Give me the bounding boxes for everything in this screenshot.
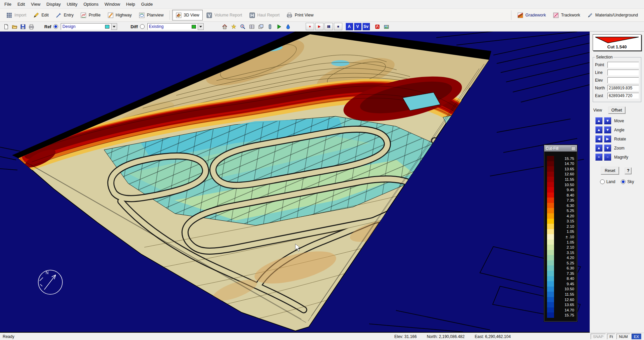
zoom-in-button[interactable] — [239, 23, 247, 31]
diff-combo[interactable]: Existing — [147, 23, 198, 30]
haul-report-button[interactable]: Haul Report — [246, 10, 283, 20]
offset-tab[interactable]: Offset — [608, 107, 626, 114]
land-radio[interactable] — [600, 179, 605, 184]
selection-field[interactable] — [607, 62, 639, 68]
save-button[interactable] — [19, 23, 27, 31]
ex-indicator[interactable]: EX — [632, 334, 641, 339]
ref-combo-dropdown[interactable] — [111, 23, 117, 30]
cut-fill-legend-window[interactable]: Cut-Fill 15.75 14.70 — [544, 145, 577, 322]
ref-combo[interactable]: Design — [61, 23, 111, 30]
home-icon — [222, 24, 228, 30]
redraw-button[interactable] — [230, 23, 238, 31]
viewport-3d[interactable]: N Cut-Fill 15.75 — [0, 32, 590, 333]
control-up-button[interactable]: ◀ — [595, 135, 602, 142]
status-north: North: 2,190,086.482 — [427, 334, 465, 339]
menu-item[interactable]: File — [1, 0, 14, 8]
edit-button[interactable]: Edit — [30, 10, 52, 20]
menu-item[interactable]: Display — [43, 0, 64, 8]
selection-field[interactable] — [607, 77, 639, 83]
volume-report-button[interactable]: Volume Report — [203, 10, 246, 20]
legend-entry: 5.25 — [547, 260, 574, 266]
legend-color-swatch — [547, 255, 554, 260]
planview-button[interactable]: Planview — [135, 10, 167, 20]
selection-field[interactable]: 2188919.835 — [607, 85, 639, 91]
entry-button[interactable]: Entry — [52, 10, 77, 20]
selection-title: Selection — [595, 55, 613, 59]
control-up-button[interactable]: + — [595, 154, 602, 161]
selection-field[interactable] — [607, 70, 639, 76]
view-offset-row: View Offset — [593, 107, 641, 114]
view-tools — [220, 23, 292, 31]
legend-value-label: 2.10 — [567, 245, 574, 249]
control-down-button[interactable]: ▼ — [604, 144, 611, 152]
menu-item[interactable]: Guide — [138, 0, 156, 8]
pdf-export-button[interactable] — [373, 23, 382, 31]
diff-color-swatch — [192, 25, 196, 29]
right-control-panel: Cut 1.540 Selection Point Line — [590, 32, 644, 333]
legend-titlebar[interactable]: Cut-Fill — [544, 145, 577, 152]
media-button[interactable]: ■ — [334, 23, 342, 30]
highway-button[interactable]: Highway — [104, 10, 135, 20]
media-button[interactable]: ● — [306, 23, 314, 30]
ref-radio[interactable] — [53, 24, 58, 29]
menu-item[interactable]: Help — [123, 0, 138, 8]
three-d-view-button[interactable]: 3D View — [172, 10, 203, 20]
three-d-view-icon — [176, 12, 182, 18]
legend-color-swatch — [547, 203, 554, 208]
snapshot-button[interactable] — [382, 23, 391, 31]
legend-entry: 6.30 — [547, 265, 574, 271]
sky-radio[interactable] — [621, 179, 626, 184]
terrain-3d-model[interactable]: N — [0, 32, 590, 332]
table-view-button[interactable] — [248, 23, 256, 31]
control-down-button[interactable]: ▶ — [604, 135, 611, 142]
menu-item[interactable]: Options — [81, 0, 102, 8]
profile-button[interactable]: Profile — [77, 10, 104, 20]
layer-toggle-button[interactable]: Sv — [362, 23, 370, 30]
menu-item[interactable]: Window — [102, 0, 123, 8]
diff-radio[interactable] — [140, 24, 145, 29]
open-folder-button[interactable] — [10, 23, 19, 31]
legend-color-swatch — [547, 312, 554, 318]
legend-value-label: ± .10 — [566, 235, 575, 239]
new-file-button[interactable] — [2, 23, 10, 31]
legend-color-swatch — [547, 187, 554, 193]
menu-item[interactable]: View — [28, 0, 43, 8]
reset-button[interactable]: Reset — [601, 167, 619, 175]
selection-field[interactable]: 6289349.720 — [607, 93, 639, 99]
water-drop-button[interactable] — [284, 23, 292, 31]
control-up-button[interactable]: ▲ — [595, 126, 602, 133]
cascade-windows-button[interactable] — [257, 23, 265, 31]
home-view-button[interactable] — [220, 23, 229, 31]
run-button[interactable] — [275, 23, 283, 31]
trackwork-module-button[interactable]: Trackwork — [549, 10, 584, 20]
units-indicator[interactable]: Ft — [607, 334, 615, 339]
control-up-icon: + — [598, 155, 600, 159]
legend-close-button[interactable] — [571, 146, 576, 151]
control-down-button[interactable]: ▼ — [604, 126, 611, 133]
materials-underground-module-button[interactable]: Materials/Underground — [584, 10, 641, 20]
help-button[interactable]: ? — [625, 167, 632, 174]
control-up-button[interactable]: ▲ — [595, 144, 602, 152]
legend-value-label: 14.70 — [564, 162, 574, 166]
legend-value-label: 3.15 — [567, 219, 574, 223]
media-button[interactable]: ▶ — [315, 23, 324, 30]
snap-indicator[interactable]: SNAP — [591, 334, 606, 339]
section-column-button[interactable] — [266, 23, 274, 31]
import-button[interactable]: Import — [3, 10, 30, 20]
menu-item[interactable]: Utility — [64, 0, 81, 8]
print-view-button[interactable]: Print View — [283, 10, 317, 20]
num-lock-indicator[interactable]: NUM — [616, 334, 630, 339]
diff-combo-dropdown[interactable] — [198, 23, 204, 30]
menu-item[interactable]: Edit — [14, 0, 28, 8]
control-down-button[interactable]: − — [604, 154, 611, 161]
gradework-module-button[interactable]: Gradework — [514, 10, 549, 20]
control-up-icon: ▲ — [597, 119, 601, 123]
legend-value-label: 9.45 — [567, 282, 574, 286]
selection-row: East 6289349.720 — [595, 93, 639, 99]
media-button[interactable]: ▮▮ — [325, 23, 333, 30]
control-down-button[interactable]: ▼ — [604, 117, 611, 124]
layer-toggle-button[interactable]: V — [354, 23, 361, 30]
control-up-button[interactable]: ▲ — [595, 117, 602, 124]
layer-toggle-button[interactable]: A — [346, 23, 353, 30]
print-button[interactable] — [27, 23, 36, 31]
